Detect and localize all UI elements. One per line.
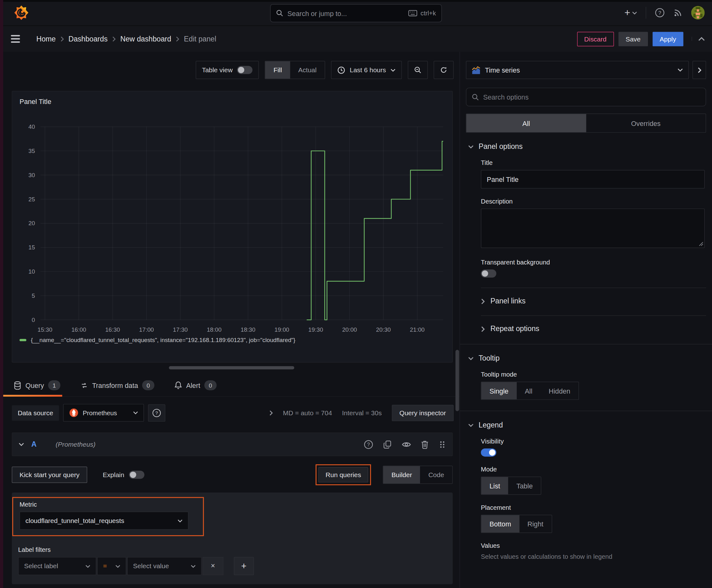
panel-resize-handle[interactable] [169, 366, 294, 370]
help-button[interactable]: ? [655, 8, 665, 18]
metric-select[interactable]: cloudflared_tunnel_total_requests [19, 512, 188, 530]
operator-dropdown[interactable]: = [97, 557, 127, 575]
tooltip-mode-label: Tooltip mode [481, 371, 705, 378]
global-search-box[interactable]: ctrl+k [270, 4, 442, 22]
explain-toggle[interactable] [129, 471, 144, 479]
legend-visibility-toggle[interactable] [481, 448, 496, 457]
datasource-help-button[interactable]: ? [148, 404, 165, 422]
tab-query[interactable]: Query 1 [12, 375, 62, 396]
options-search-input[interactable] [483, 93, 700, 101]
transparent-background-toggle[interactable] [481, 270, 496, 278]
panel-preview-pane: Table view Fill Actual Last 6 hours [0, 52, 459, 588]
delete-query-button[interactable] [421, 440, 429, 448]
legend-mode-list[interactable]: List [481, 477, 508, 495]
tooltip-mode-hidden[interactable]: Hidden [541, 382, 579, 399]
chevron-right-icon[interactable] [269, 410, 273, 415]
duplicate-query-button[interactable] [383, 440, 392, 448]
svg-text:20:30: 20:30 [376, 327, 391, 333]
datasource-value: Prometheus [83, 409, 117, 417]
builder-option[interactable]: Builder [383, 466, 420, 483]
chevron-down-icon [178, 519, 183, 522]
select-label-dropdown[interactable]: Select label [18, 557, 96, 575]
breadcrumb-home[interactable]: Home [37, 35, 56, 43]
table-view-toggle[interactable] [237, 66, 253, 74]
query-a-header[interactable]: A (Prometheus) ? [12, 433, 453, 456]
remove-filter-button[interactable]: × [202, 557, 223, 575]
panel-links-section-header[interactable]: Panel links [460, 288, 712, 305]
query-help-button[interactable]: ? [364, 439, 373, 449]
svg-text:20:00: 20:00 [342, 327, 357, 333]
user-avatar[interactable] [691, 6, 705, 19]
query-datasource-hint: (Prometheus) [56, 441, 95, 448]
apply-button[interactable]: Apply [652, 32, 684, 46]
title-label: Title [481, 159, 705, 166]
chevron-down-icon[interactable] [19, 443, 24, 446]
chevron-down-icon [468, 357, 473, 360]
add-filter-button[interactable]: + [234, 557, 254, 575]
tab-overrides[interactable]: Overrides [586, 114, 706, 132]
tab-alert-label: Alert [186, 381, 200, 389]
legend-values-label: Values [481, 542, 705, 549]
actual-option[interactable]: Actual [290, 61, 325, 79]
discard-button[interactable]: Discard [577, 32, 614, 46]
select-value-dropdown[interactable]: Select value [127, 557, 201, 575]
tab-transform-data[interactable]: Transform data 0 [79, 375, 156, 396]
svg-text:10: 10 [28, 268, 35, 275]
visualization-picker[interactable]: Time series [466, 61, 689, 79]
tab-all[interactable]: All [466, 114, 586, 132]
copy-icon [383, 440, 392, 448]
tooltip-section-header[interactable]: Tooltip [460, 344, 712, 362]
menu-toggle-button[interactable] [9, 33, 22, 45]
breadcrumb-dashboards[interactable]: Dashboards [68, 35, 108, 43]
breadcrumb-new-dashboard[interactable]: New dashboard [120, 35, 171, 43]
svg-text:20: 20 [28, 220, 35, 227]
query-ref-id: A [31, 440, 37, 448]
add-menu-button[interactable]: + [624, 7, 637, 19]
svg-text:0: 0 [32, 317, 35, 323]
query-inspector-button[interactable]: Query inspector [392, 404, 454, 421]
legend-placement-bottom[interactable]: Bottom [481, 515, 519, 532]
run-queries-button[interactable]: Run queries [318, 467, 368, 482]
repeat-options-section-header[interactable]: Repeat options [460, 316, 712, 333]
svg-text:5: 5 [32, 292, 35, 299]
time-range-picker[interactable]: Last 6 hours [331, 61, 402, 79]
left-pane-scrollbar[interactable] [455, 350, 459, 411]
panel-options-section-header[interactable]: Panel options [460, 132, 712, 151]
description-label: Description [481, 197, 705, 205]
tooltip-mode-single[interactable]: Single [481, 382, 516, 399]
tooltip-mode-all[interactable]: All [517, 382, 541, 399]
options-tabs: All Overrides [466, 114, 706, 133]
legend-section-header[interactable]: Legend [460, 411, 712, 429]
toggle-query-visibility-button[interactable] [402, 441, 411, 448]
legend-placement-right[interactable]: Right [519, 515, 552, 532]
refresh-button[interactable] [434, 61, 454, 79]
datasource-picker[interactable]: Prometheus [63, 404, 144, 422]
code-option[interactable]: Code [420, 466, 452, 483]
grafana-logo-icon[interactable] [14, 5, 29, 20]
series-label[interactable]: {__name__="cloudflared_tunnel_total_requ… [31, 337, 295, 344]
panel-description-textarea[interactable] [481, 209, 705, 248]
legend-mode-table[interactable]: Table [508, 477, 541, 495]
time-series-chart: 051015202530354015:3016:0016:3017:0017:3… [14, 108, 450, 335]
label-filter-row: Select label = Select value [18, 557, 447, 575]
svg-text:16:00: 16:00 [71, 327, 86, 333]
svg-text:35: 35 [28, 148, 35, 154]
panel-options-heading: Panel options [479, 143, 523, 151]
zoom-out-button[interactable] [408, 61, 428, 79]
drag-query-handle[interactable] [438, 440, 446, 448]
clock-icon [338, 66, 345, 74]
collapse-header-button[interactable] [692, 37, 705, 41]
panel-title-input[interactable] [481, 170, 705, 188]
global-search-input[interactable] [287, 9, 404, 17]
options-search-box[interactable] [466, 88, 706, 106]
legend-placement-label: Placement [481, 504, 705, 511]
grip-icon [438, 440, 446, 448]
tab-alert[interactable]: Alert 0 [173, 375, 218, 396]
resize-grip-icon[interactable] [699, 242, 703, 246]
kick-start-query-button[interactable]: Kick start your query [12, 466, 87, 483]
news-button[interactable] [673, 8, 683, 17]
panel-preview-card[interactable]: Panel Title 051015202530354015:3016:0016… [12, 91, 453, 362]
save-button[interactable]: Save [619, 32, 648, 46]
fill-option[interactable]: Fill [265, 61, 290, 79]
toggle-options-pane-button[interactable] [693, 61, 706, 79]
